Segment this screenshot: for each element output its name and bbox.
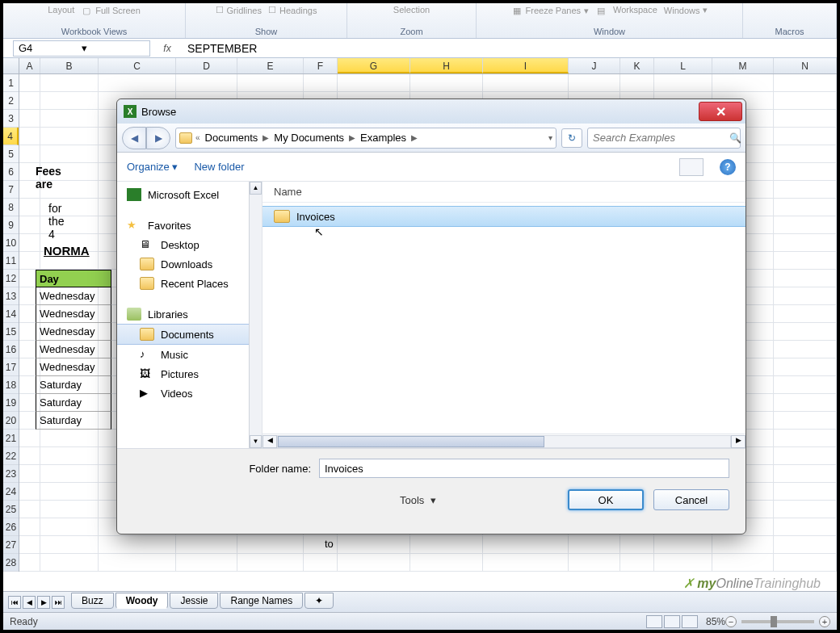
file-hscroll[interactable]: ◀▶ <box>262 434 746 448</box>
column-header[interactable]: D <box>176 58 237 73</box>
organize-button[interactable]: Organize ▾ <box>127 161 178 173</box>
zoom-slider[interactable] <box>741 620 814 623</box>
search-box[interactable]: 🔍 <box>587 128 741 149</box>
column-header[interactable]: H <box>410 58 483 73</box>
page-layout-view-button[interactable] <box>664 615 680 628</box>
row-header[interactable]: 2 <box>3 92 19 110</box>
sidebar-item-videos[interactable]: ▶Videos <box>117 384 262 403</box>
column-header[interactable]: F <box>304 58 338 73</box>
row-header[interactable]: 10 <box>3 234 19 252</box>
split-button[interactable]: ▤ <box>595 5 607 16</box>
sidebar-item-recent[interactable]: Recent Places <box>117 274 262 293</box>
sheet-tab[interactable]: Range Names <box>220 593 303 609</box>
tools-button[interactable]: Tools ▾ <box>400 494 436 506</box>
row-header[interactable]: 3 <box>3 110 19 128</box>
workspace-button[interactable]: Workspace <box>613 5 657 15</box>
day-cell[interactable]: Wednesday <box>36 341 111 358</box>
sidebar-item-desktop[interactable]: 🖥Desktop <box>117 235 262 254</box>
layout-button[interactable]: Layout <box>48 5 74 15</box>
freeze-panes-button[interactable]: ▦Freeze Panes ▾ <box>511 5 589 16</box>
sidebar-item-excel[interactable]: Microsoft Excel <box>117 185 262 204</box>
sidebar-item-downloads[interactable]: Downloads <box>117 254 262 274</box>
column-header[interactable]: C <box>99 58 176 73</box>
column-header[interactable]: L <box>654 58 712 73</box>
fx-icon[interactable]: fx <box>155 43 179 54</box>
row-header[interactable]: 9 <box>3 216 19 234</box>
row-header[interactable]: 12 <box>3 270 19 287</box>
row-header[interactable]: 7 <box>3 181 19 199</box>
back-button[interactable]: ◀ <box>122 127 146 149</box>
tab-first-button[interactable]: ⏮ <box>8 596 21 609</box>
normal-view-button[interactable] <box>646 615 662 628</box>
tab-last-button[interactable]: ⏭ <box>52 596 65 609</box>
column-header[interactable]: J <box>569 58 620 73</box>
sheet-tab[interactable]: Buzz <box>71 593 114 609</box>
row-header[interactable]: 24 <box>3 483 19 501</box>
column-header[interactable]: A <box>19 58 40 73</box>
day-cell[interactable]: Saturday <box>36 394 111 412</box>
refresh-button[interactable]: ↻ <box>561 128 582 148</box>
row-header[interactable]: 22 <box>3 447 19 465</box>
column-header[interactable]: E <box>237 58 304 73</box>
sidebar-item-favorites[interactable]: ★Favorites <box>117 216 262 235</box>
column-header[interactable]: M <box>712 58 774 73</box>
row-header[interactable]: 17 <box>3 358 19 376</box>
column-header[interactable]: G <box>338 58 410 73</box>
row-header[interactable]: 8 <box>3 199 19 216</box>
row-header[interactable]: 23 <box>3 465 19 483</box>
file-list-header[interactable]: Name <box>262 182 746 203</box>
row-header[interactable]: 20 <box>3 412 19 430</box>
row-header[interactable]: 26 <box>3 518 19 536</box>
breadcrumb-seg[interactable]: Examples <box>355 132 411 144</box>
sidebar-item-documents[interactable]: Documents <box>117 324 262 345</box>
breadcrumb-seg[interactable]: Documents <box>200 132 263 144</box>
sidebar-item-libraries[interactable]: Libraries <box>117 304 262 324</box>
close-button[interactable]: ✕ <box>699 102 742 121</box>
zoom-out-button[interactable]: − <box>725 616 737 627</box>
day-header-cell[interactable]: Day <box>36 270 111 287</box>
windows-button[interactable]: Windows ▾ <box>664 5 708 15</box>
chevron-down-icon[interactable]: ▾ <box>82 42 145 54</box>
sheet-tab[interactable]: Woody <box>116 593 169 609</box>
folder-name-input[interactable] <box>319 459 729 478</box>
day-cell[interactable]: Saturday <box>36 376 111 394</box>
sidebar-item-pictures[interactable]: 🖼Pictures <box>117 364 262 384</box>
sidebar-item-music[interactable]: ♪Music <box>117 345 262 364</box>
row-header[interactable]: 16 <box>3 341 19 358</box>
formula-text[interactable]: SEPTEMBER <box>179 42 257 55</box>
row-header[interactable]: 14 <box>3 305 19 323</box>
breadcrumb-seg[interactable]: My Documents <box>269 132 349 144</box>
row-header[interactable]: 18 <box>3 376 19 394</box>
row-header[interactable]: 4 <box>3 128 19 145</box>
row-header[interactable]: 13 <box>3 287 19 305</box>
breadcrumb-bar[interactable]: « Documents▶ My Documents▶ Examples▶ ▾ <box>175 128 556 149</box>
select-all-corner[interactable] <box>3 58 19 73</box>
page-break-view-button[interactable] <box>682 615 698 628</box>
new-folder-button[interactable]: New folder <box>194 161 244 173</box>
file-row-invoices[interactable]: Invoices <box>262 206 746 227</box>
row-header[interactable]: 19 <box>3 394 19 412</box>
row-header[interactable]: 11 <box>3 252 19 270</box>
sheet-tab[interactable]: Jessie <box>170 593 218 609</box>
column-header[interactable]: K <box>620 58 654 73</box>
row-header[interactable]: 1 <box>3 74 19 92</box>
view-options-button[interactable] <box>679 158 704 176</box>
help-icon[interactable]: ? <box>720 159 736 175</box>
row-header[interactable]: 6 <box>3 163 19 181</box>
dialog-titlebar[interactable]: X Browse ✕ <box>117 99 746 124</box>
column-header[interactable]: B <box>40 58 99 73</box>
new-sheet-button[interactable]: ✦ <box>304 593 334 609</box>
search-input[interactable] <box>593 132 729 144</box>
name-box[interactable]: G4▾ <box>13 40 150 57</box>
sidebar-scrollbar[interactable]: ▲ ▼ <box>249 182 262 448</box>
ok-button[interactable]: OK <box>568 489 644 510</box>
tab-next-button[interactable]: ▶ <box>37 596 50 609</box>
day-cell[interactable]: Wednesday <box>36 323 111 341</box>
tab-prev-button[interactable]: ◀ <box>23 596 36 609</box>
gridlines-check[interactable]: ☐Gridlines <box>216 5 262 15</box>
headings-check[interactable]: ☐Headings <box>268 5 317 15</box>
cancel-button[interactable]: Cancel <box>653 489 729 510</box>
row-header[interactable]: 15 <box>3 323 19 341</box>
zoom-selection-button[interactable]: Selection <box>393 5 430 15</box>
day-cell[interactable]: Wednesday <box>36 358 111 376</box>
